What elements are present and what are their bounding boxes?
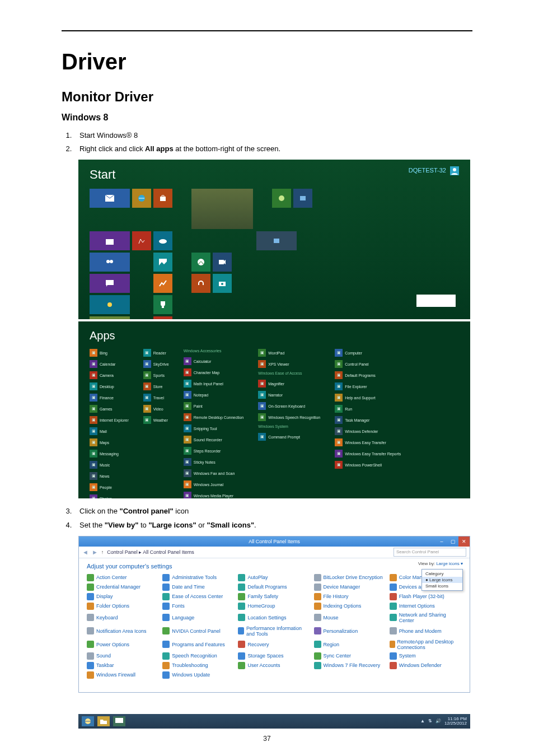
cp-item[interactable]: File History bbox=[314, 593, 386, 600]
minimize-button[interactable]: – bbox=[436, 536, 447, 547]
close-button[interactable]: ✕ bbox=[458, 536, 470, 547]
app-item[interactable]: ▣On-Screen Keyboard bbox=[258, 402, 320, 410]
cp-item[interactable]: Windows Firewall bbox=[87, 671, 159, 679]
app-item[interactable]: ▣Snipping Tool bbox=[184, 424, 244, 432]
cp-item[interactable]: Region bbox=[314, 639, 386, 650]
cp-item[interactable]: Date and Time bbox=[162, 584, 235, 591]
app-item[interactable]: ▣Run bbox=[335, 405, 401, 413]
app-item[interactable]: ▣Messaging bbox=[90, 450, 129, 458]
app-item[interactable]: ▣Windows Journal bbox=[184, 480, 244, 488]
app-item[interactable]: ▣Calculator bbox=[184, 357, 244, 365]
cp-item[interactable]: HomeGroup bbox=[238, 603, 310, 610]
cp-item[interactable]: Power Options bbox=[87, 639, 159, 650]
app-item[interactable]: ▣Windows Media Player bbox=[184, 492, 244, 498]
cp-item[interactable]: Credential Manager bbox=[87, 584, 159, 591]
tile-perf[interactable] bbox=[293, 189, 312, 208]
app-item[interactable]: ▣Task Manager bbox=[335, 416, 401, 424]
tile-blank2[interactable] bbox=[132, 274, 151, 293]
back-icon[interactable]: ◄ bbox=[82, 549, 88, 556]
app-item[interactable]: ▣Windows Fax and Scan bbox=[184, 469, 244, 477]
tile-mail[interactable] bbox=[90, 189, 130, 208]
tile-music[interactable] bbox=[191, 274, 210, 293]
view-opt-small[interactable]: Small icons bbox=[422, 583, 462, 589]
app-item[interactable]: ▣Paint bbox=[184, 402, 244, 410]
tile-perf2[interactable] bbox=[256, 231, 297, 250]
app-item[interactable]: ▣Bing bbox=[90, 349, 129, 357]
view-opt-large[interactable]: ● Large icons bbox=[422, 577, 462, 583]
app-item[interactable]: ▣Games bbox=[90, 405, 129, 413]
app-item[interactable]: ▣Remote Desktop Connection bbox=[184, 413, 244, 421]
view-by-value[interactable]: Large icons ▾ bbox=[436, 561, 463, 566]
tile-desktop[interactable] bbox=[191, 189, 253, 229]
cp-item[interactable]: Notification Area Icons bbox=[87, 626, 159, 637]
tile-people[interactable] bbox=[90, 253, 130, 272]
taskbar-explorer[interactable] bbox=[97, 716, 110, 726]
view-by-dropdown[interactable]: Category ● Large icons Small icons bbox=[421, 569, 463, 591]
cp-item[interactable]: AutoPlay bbox=[238, 574, 310, 581]
app-item[interactable]: ▣Windows Speech Recognition bbox=[258, 413, 320, 421]
tile-blank4[interactable] bbox=[132, 316, 151, 319]
app-item[interactable]: ▣Command Prompt bbox=[258, 433, 320, 441]
app-item[interactable]: ▣Internet Explorer bbox=[90, 416, 129, 424]
cp-item[interactable]: Speech Recognition bbox=[162, 652, 235, 660]
app-item[interactable]: ▣Notepad bbox=[184, 391, 244, 399]
app-item[interactable]: ▣News bbox=[90, 472, 129, 480]
app-item[interactable]: ▣Windows Easy Transfer Reports bbox=[335, 450, 401, 458]
cp-item[interactable]: Programs and Features bbox=[162, 639, 235, 650]
app-item[interactable]: ▣Character Map bbox=[184, 368, 244, 376]
app-item[interactable]: ▣Sports bbox=[143, 371, 169, 379]
cp-item[interactable]: Indexing Options bbox=[314, 603, 386, 610]
tile-skydrive[interactable] bbox=[153, 231, 172, 250]
tile-calendar[interactable] bbox=[90, 231, 130, 250]
cp-item[interactable]: Phone and Modem bbox=[390, 626, 462, 637]
cp-item[interactable]: Folder Options bbox=[87, 603, 159, 610]
app-item[interactable]: ▣XPS Viewer bbox=[258, 360, 320, 368]
cp-item[interactable]: User Accounts bbox=[238, 662, 310, 669]
app-item[interactable]: ▣Windows PowerShell bbox=[335, 461, 401, 469]
taskbar-app[interactable] bbox=[113, 716, 125, 726]
tile-camera[interactable] bbox=[213, 274, 232, 293]
cp-item[interactable]: Internet Options bbox=[390, 603, 462, 610]
app-item[interactable]: ▣Calendar bbox=[90, 360, 129, 368]
app-item[interactable]: ▣Steps Recorder bbox=[184, 447, 244, 455]
up-icon[interactable]: ↑ bbox=[101, 549, 104, 555]
cp-item[interactable]: Performance Information and Tools bbox=[238, 626, 310, 637]
cp-item[interactable]: Location Settings bbox=[238, 612, 310, 623]
tile-news[interactable] bbox=[153, 316, 172, 319]
cp-item[interactable]: System bbox=[390, 652, 462, 660]
tile-sports[interactable] bbox=[153, 295, 172, 314]
app-item[interactable]: ▣Weather bbox=[143, 416, 169, 424]
forward-icon[interactable]: ► bbox=[92, 549, 98, 556]
app-item[interactable]: ▣Music bbox=[90, 461, 129, 469]
cp-item[interactable]: BitLocker Drive Encryption bbox=[314, 574, 386, 581]
tile-weather[interactable] bbox=[90, 295, 130, 314]
cp-item[interactable]: Administrative Tools bbox=[162, 574, 235, 581]
taskbar-ie[interactable] bbox=[82, 716, 94, 726]
cp-item[interactable]: Family Safety bbox=[238, 593, 310, 600]
app-item[interactable]: ▣Desktop bbox=[90, 382, 129, 390]
cp-item[interactable]: Network and Sharing Center bbox=[390, 612, 462, 623]
cp-item[interactable]: Language bbox=[162, 612, 235, 623]
app-item[interactable]: ▣Reader bbox=[143, 349, 169, 357]
app-item[interactable]: ▣Camera bbox=[90, 371, 129, 379]
cp-item[interactable]: Sound bbox=[87, 652, 159, 660]
tile-messaging[interactable] bbox=[90, 274, 130, 293]
app-item[interactable]: ▣Narrator bbox=[258, 391, 320, 399]
app-item[interactable]: ▣WordPad bbox=[258, 349, 320, 357]
cp-item[interactable]: Windows Defender bbox=[390, 662, 462, 669]
app-item[interactable]: ▣Video bbox=[143, 405, 169, 413]
cp-item[interactable]: Ease of Access Center bbox=[162, 593, 235, 600]
search-input[interactable]: Search Control Panel bbox=[394, 548, 466, 557]
tile-gputest[interactable] bbox=[272, 189, 291, 208]
app-item[interactable]: ▣Windows Easy Transfer bbox=[335, 438, 401, 446]
cp-item[interactable]: Recovery bbox=[238, 639, 310, 650]
app-item[interactable]: ▣File Explorer bbox=[335, 382, 401, 390]
cp-item[interactable]: RemoteApp and Desktop Connections bbox=[390, 639, 462, 650]
app-item[interactable]: ▣Photos bbox=[90, 494, 129, 498]
cp-item[interactable]: Default Programs bbox=[238, 584, 310, 591]
app-item[interactable]: ▣Sound Recorder bbox=[184, 436, 244, 444]
cp-item[interactable]: Storage Spaces bbox=[238, 652, 310, 660]
allapps-button[interactable] bbox=[416, 295, 456, 307]
app-item[interactable]: ▣Mail bbox=[90, 427, 129, 435]
app-item[interactable]: ▣SkyDrive bbox=[143, 360, 169, 368]
